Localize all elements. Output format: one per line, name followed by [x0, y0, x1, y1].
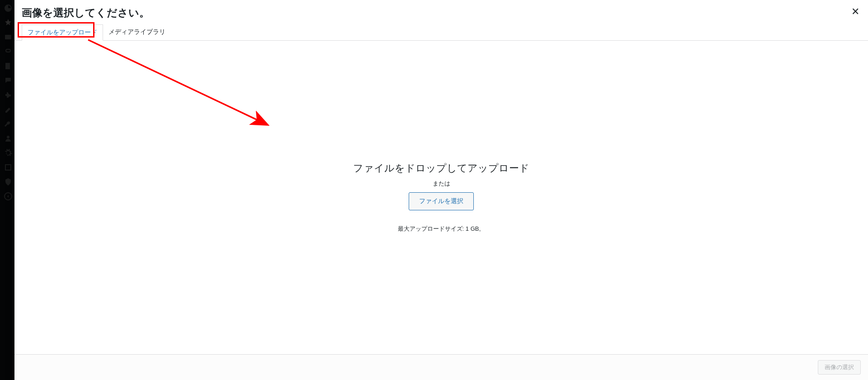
select-file-button[interactable]: ファイルを選択	[409, 192, 474, 210]
modal-footer: 画像の選択	[14, 354, 868, 380]
media-modal: ✕ 画像を選択してください。 ファイルをアップロード メディアライブラリ ファイ…	[14, 0, 868, 380]
tab-media-library[interactable]: メディアライブラリ	[103, 24, 171, 40]
or-text: または	[433, 180, 450, 188]
modal-tabs: ファイルをアップロード メディアライブラリ	[14, 24, 868, 41]
tab-upload[interactable]: ファイルをアップロード	[22, 24, 103, 41]
drop-instruction: ファイルをドロップしてアップロード	[353, 162, 529, 175]
modal-header: 画像を選択してください。	[14, 0, 868, 20]
close-icon: ✕	[851, 6, 859, 18]
close-button[interactable]: ✕	[847, 4, 863, 20]
modal-title: 画像を選択してください。	[22, 6, 861, 20]
max-upload-size: 最大アップロードサイズ: 1 GB。	[398, 225, 485, 233]
select-image-button[interactable]: 画像の選択	[818, 360, 861, 375]
upload-drop-area[interactable]: ファイルをドロップしてアップロード または ファイルを選択 最大アップロードサイ…	[14, 41, 868, 354]
